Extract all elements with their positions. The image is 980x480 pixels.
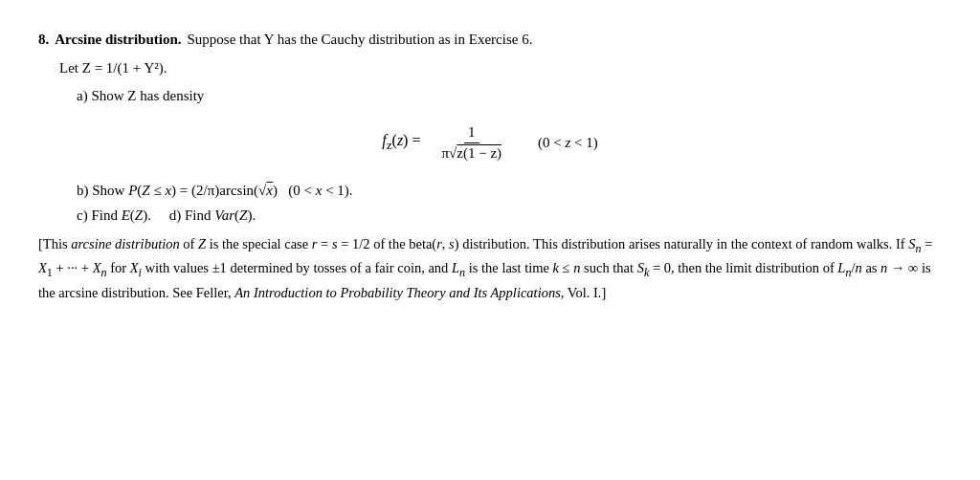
note-block: [This arcsine distribution of Z is the s… (38, 233, 942, 304)
problem-title: Arcsine distribution. (55, 32, 181, 48)
formula-numerator: 1 (464, 124, 479, 143)
problem-number: 8. (38, 32, 49, 48)
formula-fraction: 1 π√z(1 − z) (437, 124, 505, 162)
part-a: a) Show Z has density (77, 84, 942, 107)
problem-intro-line2: Let Z = 1/(1 + Y²). (59, 60, 942, 76)
formula-inner: fz(z) = 1 π√z(1 − z) (0 < z < 1) (382, 124, 598, 162)
part-b: b) Show P(Z ≤ x) = (2/π)arcsin(√x) (0 < … (77, 179, 942, 202)
formula-lhs: fz(z) = (382, 132, 420, 153)
part-b-label: b) (77, 183, 89, 198)
note-text: [This arcsine distribution of Z is the s… (38, 233, 942, 304)
parts-cd: c) Find E(Z). d) Find Var(Z). (77, 207, 942, 224)
problem-intro: Suppose that Y has the Cauchy distributi… (188, 29, 533, 51)
formula-block: fz(z) = 1 π√z(1 − z) (0 < z < 1) (38, 124, 942, 162)
part-a-label: a) (77, 88, 88, 103)
part-d-label: d) (169, 207, 182, 223)
part-a-text: Show Z has density (91, 88, 204, 103)
formula-condition: (0 < z < 1) (538, 135, 598, 151)
formula-denominator: π√z(1 − z) (437, 143, 505, 162)
problem-header: 8. Arcsine distribution. Suppose that Y … (38, 29, 942, 51)
part-c-label: c) (77, 207, 88, 223)
